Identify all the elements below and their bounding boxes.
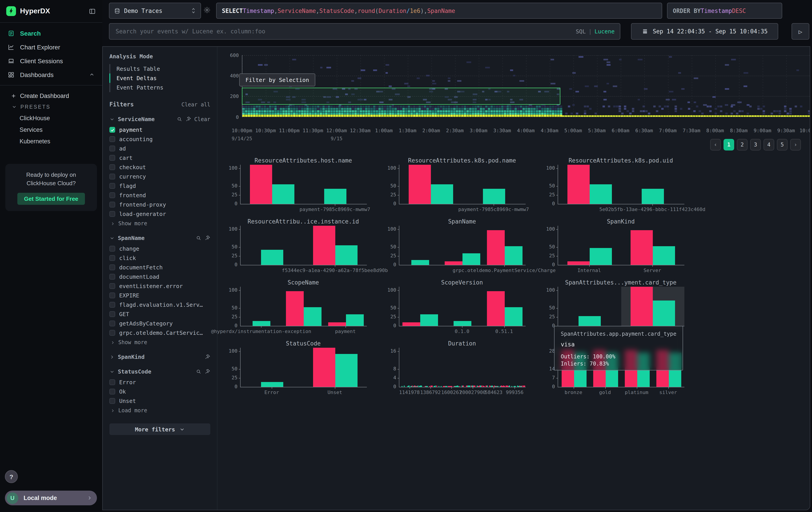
outlier-bar[interactable] [631, 287, 653, 326]
source-settings-gear-icon[interactable] [203, 6, 211, 14]
filter-option-change[interactable]: change [109, 244, 210, 253]
chart-bar-group[interactable] [286, 291, 321, 326]
chart-plot[interactable] [399, 165, 526, 204]
chart-plot[interactable] [558, 287, 685, 326]
filter-option-flagd-evaluation-v1-serv-[interactable]: flagd.evaluation.v1.Serv… [109, 300, 210, 309]
filter-option-accounting[interactable]: accounting [109, 134, 210, 144]
outlier-bar[interactable] [631, 230, 653, 265]
checkbox[interactable] [109, 389, 115, 395]
chart-plot[interactable] [399, 287, 526, 326]
filter-option-flagd[interactable]: flagd [109, 181, 210, 191]
chart-bar-group[interactable] [411, 260, 429, 265]
analysis-mode-event-patterns[interactable]: Event Patterns [109, 83, 210, 92]
checkbox[interactable] [109, 283, 115, 289]
checkbox[interactable] [109, 265, 115, 270]
chart-bar-group[interactable] [409, 165, 453, 204]
chart-bar-group[interactable] [487, 291, 522, 326]
chart-bar-group[interactable] [642, 189, 664, 204]
run-query-button[interactable]: ▷ [791, 23, 809, 39]
pin-icon[interactable] [205, 369, 210, 374]
inlier-bar[interactable] [420, 314, 438, 326]
filter-option-load-generator[interactable]: load-generator [109, 209, 210, 219]
filter-group-name[interactable]: SpanKind [118, 353, 145, 360]
inlier-bar[interactable] [483, 189, 505, 204]
page-button-1[interactable]: 1 [724, 139, 734, 151]
sql-select-input[interactable]: SELECT Timestamp, ServiceName, StatusCod… [216, 3, 662, 19]
analysis-mode-event-deltas[interactable]: Event Deltas [109, 74, 210, 83]
filter-option-documentfetch[interactable]: documentFetch [109, 263, 210, 272]
chart-bar-group[interactable] [313, 226, 357, 265]
filter-option-frontend[interactable]: frontend [109, 191, 210, 200]
chart-bar-group[interactable] [568, 165, 612, 204]
inlier-bar[interactable] [346, 314, 364, 326]
filter-group-name[interactable]: ServiceName [118, 116, 155, 123]
filter-option-unset[interactable]: Unset [109, 396, 210, 406]
checkbox[interactable] [109, 202, 115, 208]
chart-bar-group[interactable] [328, 314, 364, 326]
checkbox[interactable] [109, 255, 115, 261]
events-heatmap-canvas[interactable] [242, 55, 810, 117]
inlier-bar[interactable] [590, 184, 612, 204]
sidebar-collapse-icon[interactable] [88, 7, 96, 15]
help-button[interactable]: ? [5, 470, 18, 483]
inlier-bar[interactable] [335, 354, 357, 387]
checkbox[interactable] [109, 183, 115, 189]
language-sql[interactable]: SQL [576, 28, 586, 35]
chart-bar-group[interactable] [445, 253, 480, 265]
page-button-5[interactable]: 5 [777, 139, 787, 151]
sidebar-item-dashboards[interactable]: Dashboards [0, 68, 102, 81]
chart-bar-group[interactable] [261, 382, 283, 387]
chart-bar-group[interactable] [454, 321, 471, 326]
sidebar-item-chart-explorer[interactable]: Chart Explorer [0, 40, 102, 54]
chart-plot[interactable] [240, 165, 367, 204]
filter-group-name[interactable]: SpanName [118, 235, 145, 241]
outlier-bar[interactable] [445, 261, 462, 265]
outlier-bar[interactable] [409, 165, 431, 204]
filter-option-expire[interactable]: EXPIRE [109, 291, 210, 300]
inlier-bar[interactable] [590, 248, 612, 265]
chart-bar-group[interactable] [313, 348, 357, 387]
filter-option-ok[interactable]: Ok [109, 387, 210, 396]
chart-plot[interactable] [399, 348, 526, 387]
outlier-bar[interactable] [568, 261, 590, 265]
inlier-bar[interactable] [261, 249, 283, 265]
chart-plot[interactable] [240, 226, 367, 265]
inlier-bar[interactable] [579, 316, 601, 326]
filter-option-currency[interactable]: currency [109, 172, 210, 181]
checkbox[interactable] [109, 211, 115, 217]
inlier-bar[interactable] [272, 184, 294, 204]
chart-bar-group[interactable] [631, 287, 675, 326]
inlier-bar[interactable] [504, 246, 522, 265]
checkbox[interactable] [109, 302, 115, 308]
filter-option-get[interactable]: GET [109, 309, 210, 319]
inlier-bar[interactable] [261, 382, 283, 387]
more-filters-button[interactable]: More filters [109, 423, 210, 435]
chevron-down-icon[interactable] [109, 116, 115, 122]
filter-option-cart[interactable]: cart [109, 153, 210, 162]
chevron-down-icon[interactable] [109, 235, 115, 241]
checkbox[interactable] [109, 145, 115, 152]
chart-bar-group[interactable] [579, 316, 601, 326]
create-dashboard-button[interactable]: Create Dashboard [0, 90, 102, 102]
outlier-bar[interactable] [487, 291, 504, 326]
filter-option-checkout[interactable]: checkout [109, 162, 210, 172]
chart-plot[interactable] [240, 287, 367, 326]
date-range-picker[interactable]: Sep 14 22:04:35 - Sep 15 10:04:35 [631, 23, 778, 39]
inlier-bar[interactable] [454, 321, 471, 326]
checkbox[interactable] [109, 173, 115, 180]
inlier-bar[interactable] [335, 245, 357, 265]
page-prev-button[interactable]: ‹ [710, 139, 721, 151]
filter-option-ad[interactable]: ad [109, 144, 210, 153]
checkbox[interactable] [109, 164, 115, 170]
presets-toggle[interactable]: PRESETS [0, 102, 102, 112]
search-input[interactable] [115, 28, 571, 35]
preset-item-kubernetes[interactable]: Kubernetes [0, 135, 102, 147]
preset-item-clickhouse[interactable]: ClickHouse [0, 112, 102, 124]
checkbox[interactable] [109, 379, 115, 385]
outlier-bar[interactable] [313, 226, 335, 265]
get-started-button[interactable]: Get Started for Free [17, 193, 85, 205]
chart-plot[interactable] [558, 226, 685, 265]
local-mode-menu[interactable]: U Local mode [5, 491, 97, 505]
pin-icon[interactable] [205, 354, 210, 360]
inlier-bar[interactable] [253, 321, 270, 326]
